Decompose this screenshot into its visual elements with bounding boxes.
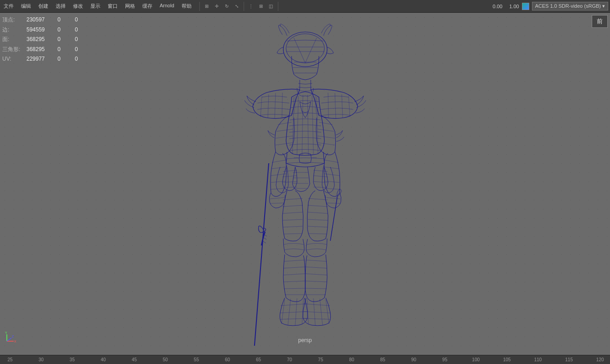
menu-window[interactable]: 窗口	[106, 2, 120, 10]
viewport[interactable]: www.CGMXW.comCG模型主www.CGMXW.comCG模型主www.…	[0, 13, 610, 355]
menu-edit[interactable]: 编辑	[19, 2, 33, 10]
color-value2: 1.00	[509, 4, 519, 9]
snap-icon[interactable]: ⋮	[246, 2, 255, 11]
menu-file[interactable]: 文件	[2, 2, 16, 10]
svg-line-29	[318, 136, 335, 138]
timeline-tick	[328, 357, 344, 362]
grid-icon[interactable]: ⊞	[256, 2, 266, 11]
timeline-tick	[453, 357, 468, 362]
timeline-tick: 100	[468, 357, 484, 362]
svg-line-77	[306, 260, 327, 261]
svg-line-3	[305, 38, 317, 63]
timeline-tick	[173, 357, 188, 362]
timeline-tick	[297, 357, 313, 362]
timeline-tick: 55	[188, 357, 204, 362]
uv-col1: 0	[57, 54, 71, 64]
svg-line-64	[283, 234, 302, 234]
timeline-tick	[484, 357, 499, 362]
timeline-tick: 65	[251, 357, 266, 362]
svg-line-11	[275, 93, 276, 119]
vertices-col1: 0	[57, 15, 71, 25]
menu-create[interactable]: 创建	[36, 2, 50, 10]
edges-col2: 0	[75, 25, 89, 35]
svg-line-53	[282, 182, 297, 182]
timeline-tick	[422, 357, 437, 362]
tris-col1: 0	[57, 45, 71, 55]
uv-col2: 0	[75, 54, 89, 64]
camera-label: persp	[298, 337, 312, 343]
timeline-tick	[49, 357, 64, 362]
menu-cache[interactable]: 缓存	[141, 2, 154, 10]
svg-line-40	[325, 188, 339, 189]
svg-line-60	[282, 205, 303, 207]
svg-line-14	[342, 94, 343, 118]
svg-line-67	[308, 212, 328, 213]
timeline-tick	[360, 357, 375, 362]
svg-text:Y: Y	[5, 331, 7, 334]
svg-line-66	[308, 205, 328, 207]
svg-line-59	[283, 198, 302, 200]
scale-tool-icon[interactable]: ⤡	[232, 2, 241, 11]
svg-line-10	[268, 94, 269, 118]
tris-col2: 0	[75, 45, 89, 55]
timeline-tick: 80	[344, 357, 360, 362]
menu-arnold[interactable]: Arnold	[158, 2, 176, 10]
svg-line-28	[318, 129, 334, 131]
svg-text:X: X	[14, 340, 16, 343]
model-container	[196, 22, 415, 341]
edges-label: 边:	[2, 25, 23, 35]
vertices-label: 顶点:	[2, 15, 23, 25]
color-profile-dropdown[interactable]: ACES 1.0 SDR-video (sRGB) ▾	[532, 2, 608, 10]
timeline-tick: 70	[282, 357, 297, 362]
svg-line-36	[325, 160, 339, 162]
svg-line-88	[295, 298, 297, 325]
svg-line-22	[317, 97, 318, 154]
svg-line-101	[330, 198, 337, 241]
menu-mesh[interactable]: 网格	[123, 2, 137, 10]
svg-line-78	[305, 267, 327, 268]
divider-2	[244, 2, 244, 11]
svg-line-30	[318, 143, 335, 145]
wireframe-icon[interactable]: ◫	[266, 2, 276, 11]
timeline-numbers: 2530354045505560657075808590951001051101…	[2, 357, 608, 362]
svg-line-62	[282, 219, 302, 220]
svg-point-1	[286, 34, 324, 63]
svg-line-70	[308, 234, 327, 234]
timeline-tick	[577, 357, 592, 362]
select-tool-icon[interactable]: ⊞	[202, 2, 211, 11]
svg-line-32	[271, 167, 286, 169]
svg-line-73	[283, 274, 305, 275]
svg-line-72	[283, 267, 305, 268]
svg-line-17	[292, 97, 294, 154]
svg-line-44	[327, 203, 340, 203]
svg-line-91	[303, 312, 330, 313]
timeline-tick	[546, 357, 561, 362]
menu-display[interactable]: 显示	[89, 2, 102, 10]
svg-line-31	[272, 160, 286, 162]
svg-line-56	[313, 176, 328, 177]
svg-line-79	[305, 274, 327, 275]
timeline-tick: 30	[33, 357, 49, 362]
stats-panel: 顶点: 230597 0 0 边: 594559 0 0 面: 368295 0…	[2, 15, 89, 64]
menu-help[interactable]: 帮助	[180, 2, 193, 10]
svg-line-25	[276, 136, 293, 138]
svg-text:Z: Z	[12, 335, 14, 338]
menu-select[interactable]: 选择	[54, 2, 68, 10]
timeline-tick: 35	[64, 357, 80, 362]
timeline-tick: 50	[157, 357, 173, 362]
svg-line-63	[283, 226, 302, 227]
svg-line-61	[282, 212, 303, 213]
svg-line-41	[270, 198, 284, 199]
color-swatch[interactable]	[522, 3, 529, 10]
rotate-tool-icon[interactable]: ↻	[222, 2, 231, 11]
axis-indicator: X Y Z	[5, 330, 18, 343]
tris-value: 368295	[26, 45, 54, 55]
svg-line-81	[305, 288, 327, 289]
svg-line-15	[335, 93, 336, 119]
timeline-tick: 115	[561, 357, 577, 362]
edges-col1: 0	[57, 25, 71, 35]
move-tool-icon[interactable]: ✛	[212, 2, 221, 11]
view-label: 前	[592, 15, 608, 28]
svg-line-87	[288, 299, 291, 325]
menu-modify[interactable]: 修改	[71, 2, 85, 10]
